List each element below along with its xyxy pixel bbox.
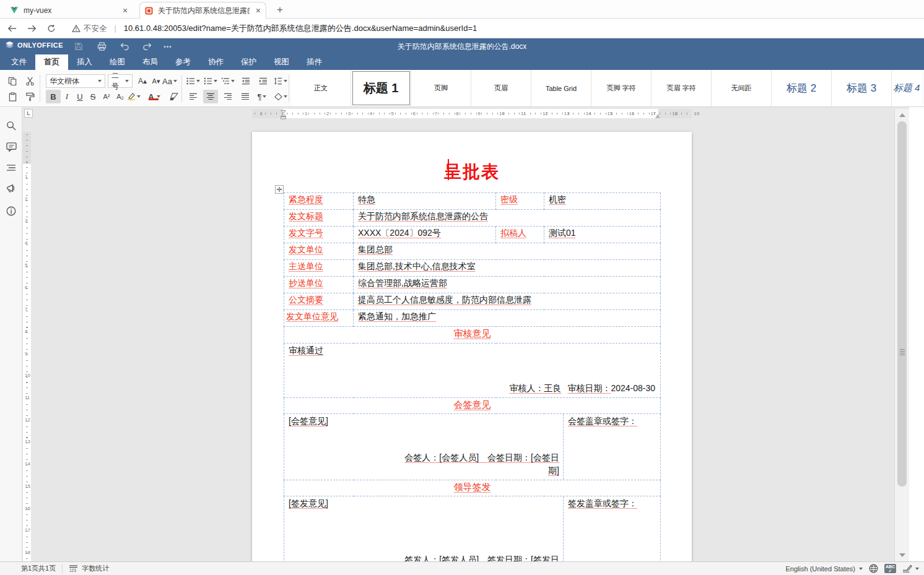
grow-font-icon[interactable]: A▴: [135, 74, 150, 88]
indent-marker[interactable]: [281, 110, 286, 119]
font-size-select[interactable]: 二号: [108, 74, 133, 88]
increase-indent-icon[interactable]: [256, 74, 271, 88]
style-heading3[interactable]: 标题 3: [832, 70, 892, 106]
highlight-color-button[interactable]: [126, 90, 141, 103]
cell-title-value[interactable]: 关于防范内部系统信息泄露的公告: [354, 210, 661, 227]
align-right-icon[interactable]: [220, 90, 235, 103]
cell-issue-body[interactable]: [签发意见] 签发人：[签发人员] 签发日期：[签发日 期] 签发盖章或签字：: [284, 496, 661, 562]
tab-view[interactable]: 视图: [265, 54, 298, 70]
browser-tab-document[interactable]: 关于防范内部系统信息泄露的公告 ×: [139, 2, 266, 19]
forward-icon[interactable]: [24, 20, 40, 37]
style-footer-char[interactable]: 页脚 字符: [591, 70, 652, 106]
clear-formatting-icon[interactable]: [166, 90, 181, 103]
style-header-char[interactable]: 页眉 字符: [652, 70, 712, 106]
cell-opinion-value[interactable]: 紧急通知，加急推广: [354, 310, 661, 327]
align-left-icon[interactable]: [186, 90, 201, 103]
cell-drafter-value[interactable]: 测试01: [544, 227, 661, 243]
cell-main-label[interactable]: 主送单位: [284, 260, 354, 277]
multilevel-list-icon[interactable]: [220, 74, 235, 88]
cell-urgency-value[interactable]: 特急: [354, 193, 496, 210]
style-footer[interactable]: 页脚: [411, 70, 471, 106]
vertical-scrollbar[interactable]: [894, 109, 909, 561]
cell-countersign-body[interactable]: [会签意见] 会签人：[会签人员] 会签日期：[会签日 期] 会签盖章或签字：: [284, 414, 661, 480]
cell-drafter-label[interactable]: 拟稿人: [496, 227, 544, 243]
style-header[interactable]: 页眉: [471, 70, 531, 106]
subscript-button[interactable]: A₂: [113, 90, 128, 103]
close-icon[interactable]: ×: [123, 6, 128, 15]
tab-insert[interactable]: 插入: [68, 54, 101, 70]
security-status[interactable]: 不安全 | 10.61.0.48:20053/edit?name=关于防范内部系…: [72, 23, 477, 34]
align-center-icon[interactable]: [203, 90, 218, 103]
cell-copy-label[interactable]: 抄送单位: [284, 277, 354, 293]
right-indent-marker[interactable]: [655, 114, 660, 118]
format-painter-icon[interactable]: [22, 90, 37, 103]
tab-protection[interactable]: 保护: [232, 54, 265, 70]
document-heading[interactable]: 呈批表: [252, 160, 692, 184]
new-tab-button[interactable]: +: [272, 3, 287, 18]
tab-draw[interactable]: 绘图: [101, 54, 134, 70]
cell-title-label[interactable]: 发文标题: [284, 210, 354, 227]
shading-icon[interactable]: [273, 90, 288, 103]
cell-secret-label[interactable]: 密级: [496, 193, 544, 210]
cell-number-label[interactable]: 发文字号: [284, 227, 354, 243]
tab-plugins[interactable]: 插件: [298, 54, 331, 70]
navigation-headings-icon[interactable]: [4, 161, 18, 175]
cell-unit-label[interactable]: 发文单位: [284, 243, 354, 260]
change-case-icon[interactable]: Aa: [162, 74, 177, 88]
about-icon[interactable]: [4, 204, 18, 218]
document-page[interactable]: 呈批表 ✛ 紧急程度 特急 密级 机密 发文标题 关于防范内部系统信息泄露的公告…: [252, 132, 692, 561]
cell-number-value[interactable]: XXXX〔2024〕092号: [354, 227, 496, 243]
cell-issue-header[interactable]: 领导签发: [284, 480, 661, 496]
cell-opinion-label[interactable]: 发文单位意见: [284, 310, 354, 327]
word-count-label[interactable]: 字数统计: [82, 564, 109, 573]
scrollbar-thumb[interactable]: [897, 121, 907, 486]
shrink-font-icon[interactable]: A▾: [149, 74, 163, 88]
paste-icon[interactable]: [5, 90, 20, 103]
style-heading1[interactable]: 标题 1: [351, 70, 411, 106]
reload-icon[interactable]: [43, 20, 59, 37]
paragraph-marks-icon[interactable]: ¶: [255, 90, 269, 103]
style-normal[interactable]: 正文: [291, 70, 351, 106]
close-icon[interactable]: ×: [256, 6, 261, 15]
tab-references[interactable]: 参考: [167, 54, 199, 70]
style-no-spacing[interactable]: 无间距: [712, 70, 772, 106]
strikethrough-button[interactable]: S: [85, 90, 100, 103]
cell-review-body[interactable]: 审核通过 审核人：王良 审核日期：2024-08-30: [284, 344, 661, 398]
align-justify-icon[interactable]: [238, 90, 253, 103]
cell-urgency-label[interactable]: 紧急程度: [284, 193, 354, 210]
numbered-list-icon[interactable]: [203, 74, 218, 88]
cut-icon[interactable]: [22, 74, 37, 88]
globe-icon[interactable]: [869, 564, 878, 573]
cell-summary-label[interactable]: 公文摘要: [284, 293, 354, 310]
font-color-button[interactable]: A: [146, 90, 161, 103]
language-select[interactable]: English (United States): [786, 565, 863, 573]
url-text[interactable]: 10.61.0.48:20053/edit?name=关于防范内部系统信息泄露的…: [124, 23, 477, 34]
bold-button[interactable]: B: [46, 90, 61, 103]
editor-canvas[interactable]: L 1 12345678910111213141516171819 123456…: [22, 107, 909, 561]
bullet-list-icon[interactable]: [186, 74, 201, 88]
tab-home[interactable]: 首页: [35, 54, 68, 70]
v-ruler[interactable]: 123456789101112131415161718: [22, 119, 32, 561]
scroll-down-icon[interactable]: [899, 553, 905, 557]
h-ruler[interactable]: 1 12345678910111213141516171819: [22, 109, 892, 118]
feedback-icon[interactable]: [4, 181, 18, 195]
tab-file[interactable]: 文件: [2, 54, 35, 70]
cell-secret-value[interactable]: 机密: [544, 193, 661, 210]
superscript-button[interactable]: A²: [99, 90, 114, 103]
tab-collaboration[interactable]: 协作: [199, 54, 232, 70]
back-icon[interactable]: [4, 20, 20, 37]
cell-main-value[interactable]: 集团总部,技术中心,信息技术室: [354, 260, 661, 277]
style-heading4[interactable]: 标题 4: [892, 70, 922, 106]
page-indicator[interactable]: 第1页共1页: [21, 564, 56, 573]
cell-copy-value[interactable]: 综合管理部,战略运营部: [354, 277, 661, 293]
font-name-select[interactable]: 华文楷体: [46, 74, 105, 88]
spellcheck-icon[interactable]: ABC✓: [884, 564, 896, 573]
cell-review-header[interactable]: 审核意见: [284, 327, 661, 344]
comments-icon[interactable]: [4, 140, 18, 153]
browser-tab-myvuex[interactable]: my-vuex ×: [5, 2, 134, 19]
line-spacing-icon[interactable]: [273, 74, 288, 88]
decrease-indent-icon[interactable]: [238, 74, 253, 88]
track-changes-icon[interactable]: [902, 564, 919, 573]
cell-summary-value[interactable]: 提高员工个人信息敏感度，防范内部信息泄露: [354, 293, 661, 310]
search-icon[interactable]: [4, 119, 18, 132]
